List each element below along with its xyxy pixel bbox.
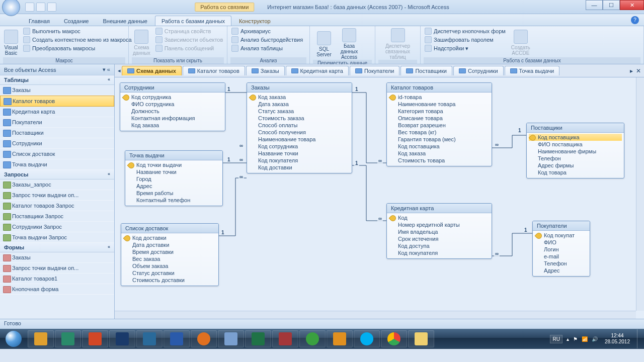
table-header[interactable]: Сотрудники xyxy=(120,83,225,93)
linked-table-mgr-button[interactable]: Диспетчер связанных таблиц xyxy=(378,27,417,60)
taskbar-app-firefox[interactable] xyxy=(191,330,217,347)
nav-item[interactable]: Каталог товаров Запрос xyxy=(0,201,114,211)
field[interactable]: Вес товара (кг) xyxy=(389,129,490,136)
nav-item[interactable]: Заказы_запрос xyxy=(0,179,114,190)
tray-volume-icon[interactable]: 🔊 xyxy=(592,336,598,342)
field[interactable]: Дата заказа xyxy=(249,101,350,108)
context-menu-macro-button[interactable]: Создать контекстное меню из макроса xyxy=(22,36,133,44)
nav-item[interactable]: Заказы xyxy=(0,85,114,96)
object-tab[interactable]: Кредитная карта xyxy=(286,66,349,75)
taskbar-app-skype[interactable] xyxy=(354,330,380,347)
nav-item[interactable]: Запрос точки выдачи оп... xyxy=(0,190,114,201)
field[interactable]: Код заказа xyxy=(249,94,350,101)
tray-up-icon[interactable]: ▴ xyxy=(567,336,569,342)
object-tab[interactable]: Каталог товаров xyxy=(183,66,245,75)
dependencies-button[interactable]: Зависимости объектов xyxy=(154,36,224,44)
field[interactable]: Код заказа xyxy=(122,122,223,129)
field[interactable]: Гарантия товара (мес) xyxy=(389,136,490,143)
field[interactable]: Город xyxy=(127,175,220,183)
field[interactable]: Номер кредитной карты xyxy=(389,221,490,228)
field[interactable]: Контактный телефон xyxy=(127,197,220,204)
tab-design[interactable]: Конструктор xyxy=(232,16,277,26)
field[interactable]: Код xyxy=(389,214,490,221)
minimize-button[interactable]: — xyxy=(586,0,603,10)
redo-icon[interactable] xyxy=(47,3,56,12)
nav-item[interactable]: Сотрудники Запрос xyxy=(0,222,114,232)
maximize-button[interactable]: ☐ xyxy=(603,0,620,10)
field[interactable]: ФИО поставщика xyxy=(529,141,622,148)
save-icon[interactable] xyxy=(25,3,34,12)
nav-item[interactable]: Кнопочная форма xyxy=(0,284,114,295)
tab-database-tools[interactable]: Работа с базами данных xyxy=(155,16,231,26)
tab-create[interactable]: Создание xyxy=(57,16,96,26)
start-button[interactable] xyxy=(0,329,27,349)
close-tab-button[interactable]: ✕ xyxy=(636,67,641,74)
make-accde-button[interactable]: Создать ACCDE xyxy=(510,27,532,57)
table-header[interactable]: Поставщики xyxy=(527,123,624,133)
table-katalog[interactable]: Каталог товаровid-товараНаименование тов… xyxy=(386,82,492,166)
taskbar-app-powerpoint[interactable] xyxy=(82,330,108,347)
field[interactable]: Код точки выдачи xyxy=(127,161,220,168)
field[interactable]: Код доступа xyxy=(389,242,490,249)
field[interactable]: Адрес xyxy=(127,183,220,190)
nav-group-Таблицы[interactable]: Таблицы« xyxy=(0,75,114,85)
taskbar-app-photoshop[interactable] xyxy=(109,330,135,347)
field[interactable]: ФИО xyxy=(535,239,588,246)
nav-group-Формы[interactable]: Формы« xyxy=(0,243,114,252)
taskbar-app-audition[interactable] xyxy=(55,330,81,347)
field[interactable]: Срок истечения xyxy=(389,235,490,242)
field[interactable]: Логин xyxy=(535,246,588,253)
field[interactable]: Способ получения xyxy=(249,129,350,136)
field[interactable]: Код поставщика xyxy=(389,143,490,150)
show-desktop-button[interactable] xyxy=(637,329,642,348)
nav-item[interactable]: Каталог товаров xyxy=(0,96,114,107)
field[interactable]: Телефон xyxy=(535,260,588,267)
nav-item[interactable]: Заказы xyxy=(0,252,114,263)
nav-group-Запросы[interactable]: Запросы« xyxy=(0,170,114,179)
field[interactable]: Код доставки xyxy=(249,164,350,171)
tab-scroll-left[interactable]: ◂ xyxy=(117,67,122,74)
table-analyze-button[interactable]: Анализ таблицы xyxy=(230,44,304,52)
help-icon[interactable]: ? xyxy=(631,16,639,24)
field[interactable]: Способ оплаты xyxy=(249,122,350,129)
field[interactable]: Код сотрудника xyxy=(122,94,223,101)
undo-icon[interactable] xyxy=(36,3,45,12)
visual-basic-button[interactable]: Visual Basic xyxy=(3,27,19,57)
relationships-button[interactable]: Схема данных xyxy=(132,27,151,57)
vertical-scrollbar[interactable] xyxy=(636,77,644,311)
table-header[interactable]: Кредитная карта xyxy=(387,204,492,213)
field[interactable]: Адрес фирмы xyxy=(529,162,622,169)
field[interactable]: Стоимость доставки xyxy=(123,277,216,284)
nav-item[interactable]: Кредитная карта xyxy=(0,107,114,117)
message-bar-button[interactable]: Панель сообщений xyxy=(154,44,224,52)
field[interactable]: Наименование товара xyxy=(249,136,350,143)
property-sheet-button[interactable]: Страница свойств xyxy=(154,27,224,35)
field[interactable]: Время доставки xyxy=(123,248,216,255)
object-tab[interactable]: Схема данных xyxy=(122,66,182,75)
taskbar-app-winamp[interactable] xyxy=(327,330,353,347)
field[interactable]: Наименование товара xyxy=(389,101,490,108)
sql-server-button[interactable]: SQL Server xyxy=(313,27,335,60)
nav-header[interactable]: Все объекты Access▾ « xyxy=(0,64,114,75)
close-button[interactable]: ✕ xyxy=(620,0,644,10)
field[interactable]: Телефон xyxy=(529,155,622,162)
field[interactable]: Стоимость товара xyxy=(389,157,490,164)
addins-button[interactable]: Надстройки ▾ xyxy=(424,44,507,52)
nav-item[interactable]: Список доставок xyxy=(0,149,114,159)
field[interactable]: Название точки xyxy=(249,150,350,157)
object-tab[interactable]: Сотрудники xyxy=(453,66,504,75)
field[interactable]: Название точки xyxy=(127,168,220,175)
field[interactable]: Объем заказа xyxy=(123,262,216,269)
horizontal-scrollbar[interactable] xyxy=(115,311,636,319)
nav-item[interactable]: Точка выдачи xyxy=(0,159,114,170)
field[interactable]: Описание товара xyxy=(389,115,490,122)
office-button[interactable] xyxy=(2,0,20,16)
taskbar-app-paint[interactable] xyxy=(218,330,244,347)
table-header[interactable]: Заказы xyxy=(247,83,352,93)
field[interactable]: Статус заказа xyxy=(249,108,350,115)
tab-scroll-right[interactable]: ▸ xyxy=(630,67,633,74)
field[interactable]: Имя владельца xyxy=(389,228,490,235)
field[interactable]: Код заказа xyxy=(389,150,490,157)
field[interactable]: Код поставщика xyxy=(529,134,622,141)
taskbar-app-mpc[interactable] xyxy=(28,330,54,347)
